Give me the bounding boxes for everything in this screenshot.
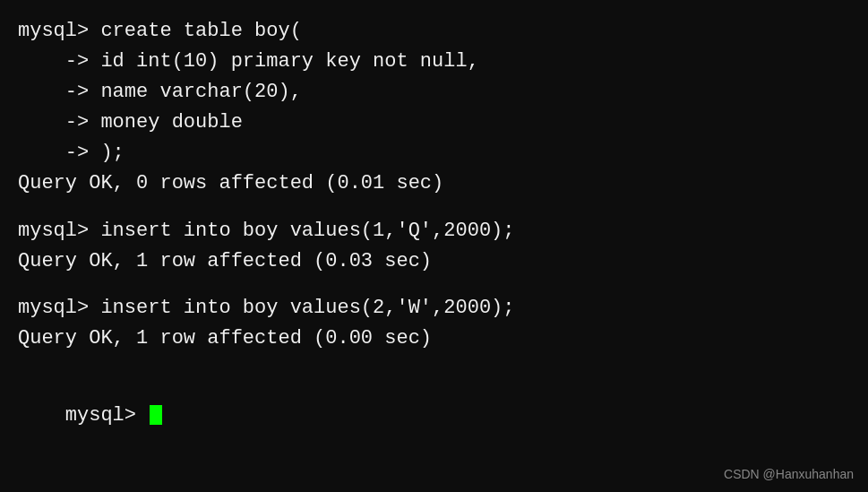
spacer [18, 277, 850, 293]
prompt-text: mysql> [65, 404, 148, 427]
terminal-line: -> ); [18, 138, 850, 168]
terminal-line: mysql> create table boy( [18, 16, 850, 47]
cursor-block [150, 405, 162, 425]
watermark: CSDN @Hanxuhanhan [724, 467, 854, 481]
terminal-line: mysql> insert into boy values(2,'W',2000… [18, 293, 850, 324]
terminal-line: Query OK, 1 row affected (0.03 sec) [18, 246, 850, 277]
terminal-line: -> id int(10) primary key not null, [18, 47, 850, 77]
terminal-window: mysql> create table boy( -> id int(10) p… [0, 0, 868, 492]
spacer [18, 354, 850, 370]
terminal-line: -> money double [18, 108, 850, 138]
terminal-line: -> name varchar(20), [18, 77, 850, 108]
spacer [18, 200, 850, 216]
terminal-prompt-line[interactable]: mysql> [18, 370, 850, 462]
terminal-line: Query OK, 0 rows affected (0.01 sec) [18, 168, 850, 199]
terminal-line: mysql> insert into boy values(1,'Q',2000… [18, 216, 850, 246]
terminal-line: Query OK, 1 row affected (0.00 sec) [18, 324, 850, 354]
